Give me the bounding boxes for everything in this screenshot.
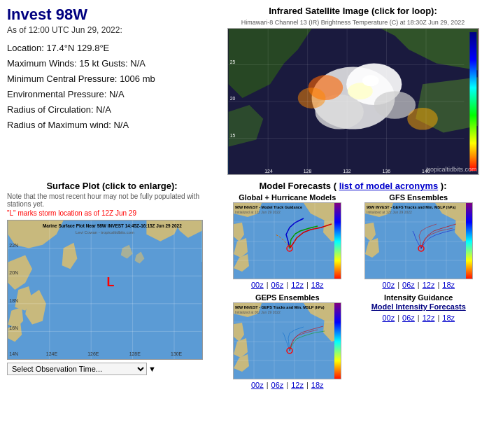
global-12z-link[interactable]: 12z xyxy=(291,281,304,289)
svg-point-6 xyxy=(297,88,325,108)
storm-note: "L" marks storm location as of 12Z Jun 2… xyxy=(7,209,217,217)
svg-text:124E: 124E xyxy=(46,351,58,356)
intensity-sep3: | xyxy=(437,314,439,322)
svg-text:25: 25 xyxy=(229,59,235,64)
top-section: Invest 98W As of 12:00 UTC Jun 29, 2022:… xyxy=(0,0,489,178)
gfs-06z-link[interactable]: 06z xyxy=(402,281,415,289)
gfs-sep3: | xyxy=(437,281,439,289)
model-panel: Model Forecasts ( list of model acronyms… xyxy=(224,181,482,389)
min-pressure-label: Minimum Central Pressure: xyxy=(7,74,118,84)
storm-info: Location: 17.4°N 129.8°E Maximum Winds: … xyxy=(7,41,217,134)
select-row[interactable]: Select Observation Time... ▼ xyxy=(7,363,217,375)
satellite-credit: tropicaltidbits.com xyxy=(426,166,476,173)
radius-wind-value: N/A xyxy=(113,120,129,130)
radius-circ-label: Radius of Circulation: xyxy=(7,104,94,115)
intensity-18z-link[interactable]: 18z xyxy=(442,314,455,322)
model-panel-title: Model Forecasts ( list of model acronyms… xyxy=(224,181,482,191)
max-winds-label: Maximum Winds: xyxy=(7,58,77,69)
global-time-links: 00z | 06z | 12z | 18z xyxy=(251,281,324,289)
global-sep1: | xyxy=(267,281,269,289)
global-model-title: Global + Hurricane Models xyxy=(239,193,336,202)
intensity-sep1: | xyxy=(397,314,399,322)
gfs-model-block: GFS Ensembles xyxy=(355,193,483,289)
model-paren-open: ( xyxy=(334,181,336,191)
surface-note: Note that the most recent hour may not b… xyxy=(7,192,217,208)
svg-text:L: L xyxy=(106,275,114,289)
select-arrow-icon: ▼ xyxy=(148,365,156,373)
intensity-sep2: | xyxy=(418,314,420,322)
location-value: 17.4°N 129.8°E xyxy=(46,43,109,53)
surface-panel: Surface Plot (click to enlarge): Note th… xyxy=(7,181,217,389)
satellite-image[interactable]: 25 20 15 124 128 132 136 140 tropicaltid… xyxy=(227,28,479,175)
svg-text:98W INVEST - GEFS Tracks and M: 98W INVEST - GEFS Tracks and Min. MSLP (… xyxy=(367,205,456,209)
intensity-time-links: 00z | 06z | 12z | 18z xyxy=(382,314,455,322)
geps-18z-link[interactable]: 18z xyxy=(311,381,324,389)
intensity-00z-link[interactable]: 00z xyxy=(382,314,395,322)
intensity-06z-link[interactable]: 06z xyxy=(402,314,415,322)
global-00z-link[interactable]: 00z xyxy=(251,281,264,289)
observation-select[interactable]: Select Observation Time... xyxy=(7,363,147,375)
svg-text:18N: 18N xyxy=(9,298,18,303)
gfs-sep2: | xyxy=(418,281,420,289)
env-pressure-label: Environmental Pressure: xyxy=(7,89,106,99)
gfs-sep1: | xyxy=(397,281,399,289)
svg-text:22N: 22N xyxy=(9,243,18,248)
svg-text:98W INVEST - GEPS Tracks and M: 98W INVEST - GEPS Tracks and Min. MSLP (… xyxy=(235,305,325,309)
radius-wind-line: Radius of Maximum wind: N/A xyxy=(7,118,217,133)
geps-model-block: GEPS Ensembles xyxy=(224,293,351,389)
storm-timestamp: As of 12:00 UTC Jun 29, 2022: xyxy=(7,25,217,35)
model-title-text: Model Forecasts xyxy=(259,181,331,191)
intensity-12z-link[interactable]: 12z xyxy=(423,314,435,322)
svg-text:20N: 20N xyxy=(9,270,18,275)
global-model-block: Global + Hurricane Models xyxy=(224,193,351,289)
env-pressure-value: N/A xyxy=(109,89,125,99)
min-pressure-value: 1006 mb xyxy=(120,74,155,84)
storm-title: Invest 98W xyxy=(7,6,217,24)
gfs-18z-link[interactable]: 18z xyxy=(442,281,455,289)
svg-text:130E: 130E xyxy=(171,351,183,356)
svg-point-9 xyxy=(362,75,378,86)
svg-text:14N: 14N xyxy=(9,351,18,356)
svg-text:98W INVEST - Model Track Guida: 98W INVEST - Model Track Guidance xyxy=(235,205,302,209)
global-sep3: | xyxy=(306,281,309,289)
surface-map[interactable]: L 22N 20N 18N 16N 14N 124E 126E 128E 130… xyxy=(7,220,203,360)
svg-text:132: 132 xyxy=(343,169,351,174)
global-model-image[interactable]: 98W INVEST - Model Track Guidance Initia… xyxy=(233,202,341,279)
satellite-svg: 25 20 15 124 128 132 136 140 xyxy=(228,29,479,174)
geps-model-svg: 98W INVEST - GEPS Tracks and Min. MSLP (… xyxy=(234,303,341,379)
svg-text:15: 15 xyxy=(229,133,235,138)
svg-text:124: 124 xyxy=(264,169,273,174)
svg-text:Levi Cowan - tropicaltidbits.c: Levi Cowan - tropicaltidbits.com xyxy=(76,230,134,234)
global-model-svg: 98W INVEST - Model Track Guidance Initia… xyxy=(234,203,341,279)
surface-map-svg: L 22N 20N 18N 16N 14N 124E 126E 128E 130… xyxy=(8,220,202,359)
location-label: Location: xyxy=(7,43,44,53)
geps-12z-link[interactable]: 12z xyxy=(291,381,304,389)
geps-sep1: | xyxy=(267,381,269,389)
gusts-value: N/A xyxy=(130,58,146,69)
intensity-link[interactable]: Model Intensity Forecasts xyxy=(371,302,466,311)
gfs-model-image[interactable]: 98W INVEST - GEFS Tracks and Min. MSLP (… xyxy=(364,202,473,279)
svg-text:16N: 16N xyxy=(9,326,18,330)
geps-model-title: GEPS Ensembles xyxy=(255,293,320,302)
svg-text:Initialized at 00z Jun 29 2022: Initialized at 00z Jun 29 2022 xyxy=(235,310,281,314)
gfs-time-links: 00z | 06z | 12z | 18z xyxy=(382,281,455,289)
svg-text:20: 20 xyxy=(229,96,235,101)
location-line: Location: 17.4°N 129.8°E xyxy=(7,41,217,56)
geps-06z-link[interactable]: 06z xyxy=(271,381,284,389)
surface-title[interactable]: Surface Plot (click to enlarge): xyxy=(7,181,217,191)
pressure-line: Minimum Central Pressure: 1006 mb xyxy=(7,71,217,87)
global-06z-link[interactable]: 06z xyxy=(271,281,284,289)
gfs-model-title: GFS Ensembles xyxy=(389,193,448,202)
geps-00z-link[interactable]: 00z xyxy=(251,381,264,389)
svg-rect-71 xyxy=(466,203,473,279)
svg-text:Marine Surface Plot Near 98W I: Marine Surface Plot Near 98W INVEST 14:4… xyxy=(43,223,182,228)
global-18z-link[interactable]: 18z xyxy=(311,281,324,289)
gfs-12z-link[interactable]: 12z xyxy=(423,281,435,289)
svg-text:126E: 126E xyxy=(87,351,99,356)
winds-line: Maximum Winds: 15 kt Gusts: N/A xyxy=(7,56,217,71)
geps-model-image[interactable]: 98W INVEST - GEPS Tracks and Min. MSLP (… xyxy=(233,302,341,379)
model-acronym-link[interactable]: list of model acronyms xyxy=(339,181,439,191)
satellite-label[interactable]: Infrared Satellite Image (click for loop… xyxy=(269,6,437,16)
gfs-00z-link[interactable]: 00z xyxy=(382,281,395,289)
svg-text:136: 136 xyxy=(382,169,390,174)
